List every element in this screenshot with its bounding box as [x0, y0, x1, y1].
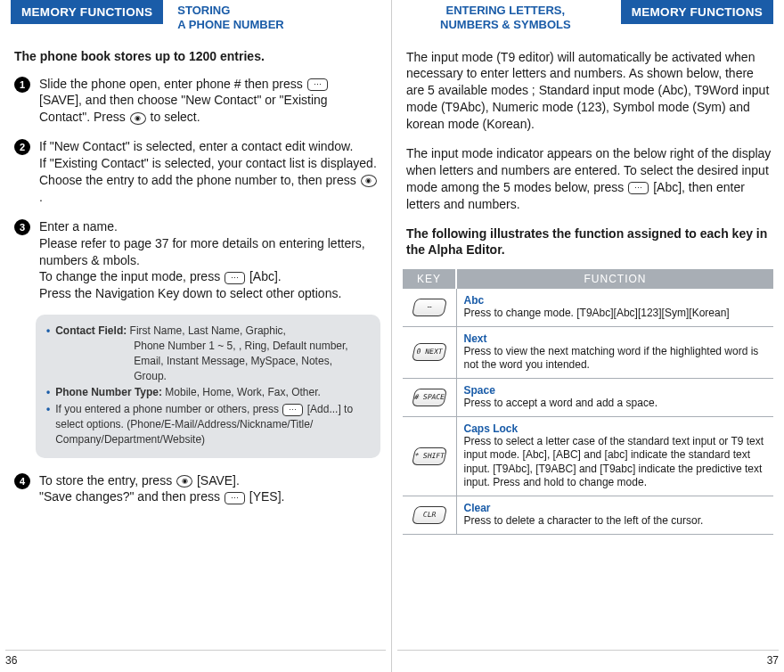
footer-rule — [397, 650, 779, 651]
contact-field-3: Email, Instant Message, MySpace, Notes, — [134, 354, 347, 369]
step1-text-a: Slide the phone open, enter phone # then… — [39, 77, 303, 91]
page-number: 37 — [767, 654, 779, 667]
header-left: MEMORY FUNCTIONS STORING A PHONE NUMBER — [11, 0, 380, 33]
step1-text-c: to select. — [151, 110, 200, 124]
step3-text-d: [Abc]. — [249, 269, 282, 283]
subtitle-line2: NUMBERS & SYMBOLS — [440, 18, 571, 31]
step4-text-d: [YES]. — [249, 489, 285, 504]
step-4: 4 To store the entry, press ◉ [SAVE]. "S… — [11, 472, 380, 506]
func-desc: Press to view the next matching word if … — [464, 345, 767, 373]
func-desc: Press to accept a word and add a space. — [464, 397, 767, 411]
contact-field-2: Phone Number 1 ~ 5, , Ring, Default numb… — [134, 339, 347, 354]
phone-type-label: Phone Number Type: — [55, 386, 162, 398]
step-3: 3 Enter a name. Please refer to page 37 … — [11, 218, 380, 302]
key-function-table: KEY FUNCTION ⋯ Abc Press to change mode.… — [403, 269, 773, 534]
step2-text-c: . — [39, 190, 43, 204]
info-box: • Contact Field: First Name, Last Name, … — [36, 315, 380, 457]
table-row: 0 NEXT Next Press to view the next match… — [403, 326, 773, 378]
step3-text-c: To change the input mode, press — [39, 269, 220, 283]
phone-type-vals: Mobile, Home, Work, Fax, Other. — [165, 386, 321, 398]
softkey-icon: ⋯ — [225, 272, 245, 284]
key-shape-icon: 0 NEXT — [412, 343, 447, 361]
subtitle-line1: ENTERING LETTERS, — [446, 4, 566, 17]
step4-text-a: To store the entry, press — [39, 473, 172, 488]
bold-paragraph: The following illustrates the function a… — [403, 225, 773, 259]
section-tab: MEMORY FUNCTIONS — [621, 0, 773, 24]
func-name: Next — [464, 332, 767, 345]
subtitle-line1: STORING — [177, 4, 230, 17]
softkey-icon: ⋯ — [307, 78, 328, 91]
step-1: 1 Slide the phone open, enter phone # th… — [11, 76, 380, 127]
footer-rule — [5, 650, 386, 651]
step2-text-b: If "Existing Contact" is selected, your … — [39, 156, 377, 187]
step3-text-b: Please refer to page 37 for more details… — [39, 236, 365, 267]
key-shape-icon: # SPACE — [412, 389, 447, 406]
softkey-icon: ⋯ — [282, 404, 303, 416]
table-row: CLR Clear Press to delete a character to… — [403, 496, 773, 535]
func-name: Caps Lock — [464, 422, 767, 435]
th-function: FUNCTION — [456, 269, 773, 289]
contact-field-4: Group. — [134, 369, 347, 384]
func-desc: Press to change mode. [T9Abc][Abc][123][… — [464, 307, 767, 321]
bullet-icon: • — [46, 324, 50, 383]
table-row: ⋯ Abc Press to change mode. [T9Abc][Abc]… — [403, 289, 773, 326]
th-key: KEY — [403, 269, 456, 289]
info-other-a: If you entered a phone number or others,… — [55, 403, 279, 415]
paragraph-2: The input mode indicator appears on the … — [403, 145, 773, 213]
paragraph-1: The input mode (T9 editor) will automati… — [403, 49, 773, 133]
intro-text: The phone book stores up to 1200 entries… — [14, 49, 380, 63]
step4-text-c: "Save changes?" and then press — [39, 489, 220, 504]
step-number-icon: 4 — [14, 473, 30, 489]
header-right: ENTERING LETTERS, NUMBERS & SYMBOLS MEMO… — [403, 0, 773, 33]
contact-field-label: Contact Field: — [55, 324, 127, 337]
func-name: Clear — [464, 502, 767, 514]
step-number-icon: 1 — [14, 77, 30, 93]
info-other-b: [Add...] — [307, 403, 341, 415]
softkey-icon: ⋯ — [628, 182, 649, 194]
step-2: 2 If "New Contact" is selected, enter a … — [11, 138, 380, 206]
step3-text-a: Enter a name. — [39, 219, 118, 234]
ok-key-icon: ◉ — [130, 112, 146, 125]
func-desc: Press to select a letter case of the sta… — [464, 435, 767, 490]
subtitle-line2: A PHONE NUMBER — [177, 18, 283, 31]
ok-key-icon: ◉ — [361, 175, 377, 187]
step2-text-a: If "New Contact" is selected, enter a co… — [39, 139, 353, 153]
page-37: ENTERING LETTERS, NUMBERS & SYMBOLS MEMO… — [392, 0, 784, 672]
step-number-icon: 2 — [14, 139, 30, 155]
ok-key-icon: ◉ — [176, 475, 192, 488]
func-name: Abc — [464, 294, 767, 307]
func-name: Space — [464, 384, 767, 397]
page-36: MEMORY FUNCTIONS STORING A PHONE NUMBER … — [0, 0, 392, 672]
section-subtitle: STORING A PHONE NUMBER — [177, 0, 283, 33]
key-shape-icon: * SHIFT — [412, 447, 447, 465]
step4-text-b: [SAVE]. — [197, 473, 240, 488]
page-number: 36 — [5, 654, 17, 667]
key-shape-icon: ⋯ — [412, 299, 447, 316]
step-number-icon: 3 — [14, 219, 30, 235]
section-tab: MEMORY FUNCTIONS — [11, 0, 163, 24]
step3-text-e: Press the Navigation Key down to select … — [39, 286, 341, 300]
contact-field-1: First Name, Last Name, Graphic, — [130, 324, 286, 337]
bullet-icon: • — [46, 402, 50, 447]
bullet-icon: • — [46, 385, 50, 400]
softkey-icon: ⋯ — [225, 492, 245, 504]
func-desc: Press to delete a character to the left … — [464, 514, 767, 529]
table-row: * SHIFT Caps Lock Press to select a lett… — [403, 416, 773, 496]
table-row: # SPACE Space Press to accept a word and… — [403, 379, 773, 417]
section-subtitle: ENTERING LETTERS, NUMBERS & SYMBOLS — [403, 0, 608, 33]
key-shape-icon: CLR — [412, 506, 447, 524]
